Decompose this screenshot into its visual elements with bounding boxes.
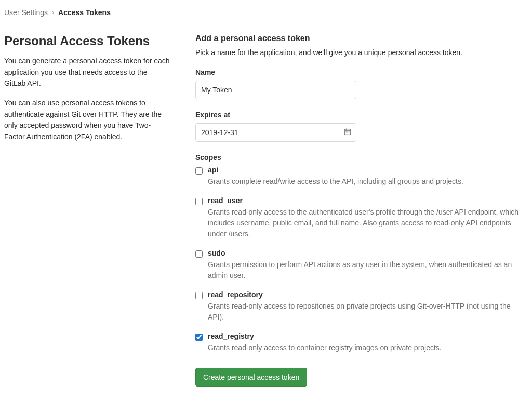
scope-checkbox-api[interactable]	[195, 167, 203, 175]
scope-description: Grants complete read/write access to the…	[208, 176, 528, 187]
scope-item-sudo: sudoGrants permission to perform API act…	[195, 249, 528, 281]
scope-name: sudo	[208, 249, 528, 257]
description-paragraph: You can also use personal access tokens …	[4, 98, 170, 143]
scope-checkbox-read_registry[interactable]	[195, 334, 203, 341]
scope-list: apiGrants complete read/write access to …	[195, 166, 528, 353]
scope-checkbox-read_repository[interactable]	[195, 292, 203, 299]
breadcrumb: User Settings › Access Tokens	[4, 0, 528, 23]
scopes-label: Scopes	[195, 153, 528, 162]
breadcrumb-root[interactable]: User Settings	[4, 8, 48, 17]
page-title: Personal Access Tokens	[4, 34, 170, 48]
expires-at-label: Expires at	[195, 111, 528, 119]
breadcrumb-current: Access Tokens	[58, 8, 111, 17]
scope-item-read_user: read_userGrants read-only access to the …	[195, 196, 528, 240]
scope-item-api: apiGrants complete read/write access to …	[195, 166, 528, 187]
scope-name: read_registry	[208, 332, 528, 340]
name-label: Name	[195, 68, 528, 76]
scope-checkbox-sudo[interactable]	[195, 250, 203, 258]
scope-description: Grants read-only access to container reg…	[208, 342, 528, 353]
scope-item-read_repository: read_repositoryGrants read-only access t…	[195, 290, 528, 323]
scope-description: Grants read-only access to the authentic…	[208, 207, 528, 240]
description-paragraph: You can generate a personal access token…	[4, 56, 170, 89]
create-token-button[interactable]: Create personal access token	[195, 368, 307, 387]
scope-description: Grants read-only access to repositories …	[208, 301, 528, 323]
scope-checkbox-read_user[interactable]	[195, 198, 203, 205]
scope-name: read_repository	[208, 290, 528, 299]
name-input[interactable]	[195, 81, 356, 99]
settings-description-panel: Personal Access Tokens You can generate …	[4, 34, 170, 399]
form-heading: Add a personal access token	[195, 34, 528, 43]
chevron-right-icon: ›	[52, 9, 54, 16]
scope-name: api	[208, 166, 528, 174]
expires-at-input[interactable]	[195, 123, 356, 142]
token-form-panel: Add a personal access token Pick a name …	[195, 34, 528, 399]
form-subtext: Pick a name for the application, and we'…	[195, 48, 528, 57]
scope-name: read_user	[208, 196, 528, 205]
scope-description: Grants permission to perform API actions…	[208, 259, 528, 281]
scope-item-read_registry: read_registryGrants read-only access to …	[195, 332, 528, 353]
